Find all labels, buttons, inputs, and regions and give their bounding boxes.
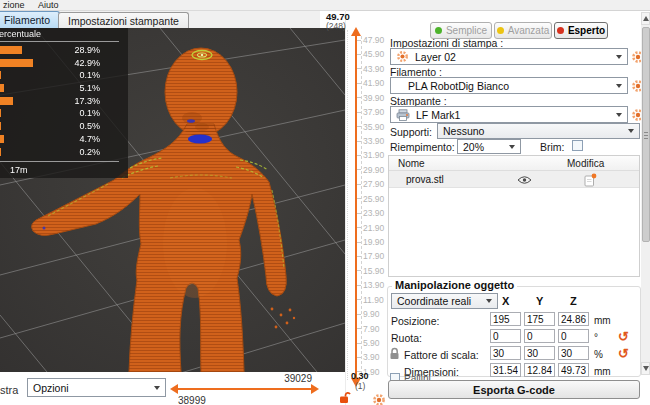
dimensions-z-input[interactable] bbox=[558, 363, 589, 377]
legend-bar bbox=[0, 59, 33, 67]
legend-row: 28.9% bbox=[0, 44, 128, 57]
coordinates-dropdown[interactable]: Coordinate reali bbox=[391, 293, 498, 309]
legend-row: 17.3% bbox=[0, 95, 128, 108]
ruler-tick: 27.90 bbox=[357, 179, 384, 189]
rotate-z-input[interactable] bbox=[558, 329, 589, 343]
rotate-y-input[interactable] bbox=[524, 329, 555, 343]
supports-label: Supporti: bbox=[390, 126, 432, 138]
legend-percentage: 28.9% bbox=[74, 45, 100, 55]
tab-bar: Filamento Impostazioni stampante bbox=[0, 11, 320, 28]
rotate-label: Ruota: bbox=[391, 332, 422, 344]
scrollbar-down-button[interactable] bbox=[641, 362, 650, 375]
yellow-dot-icon bbox=[497, 27, 504, 34]
legend-bar bbox=[0, 135, 4, 143]
legend-bar bbox=[0, 84, 4, 92]
mode-esperto-button[interactable]: Esperto bbox=[554, 22, 608, 39]
rotate-unit: ° bbox=[594, 332, 598, 343]
dropdown-arrow-icon bbox=[509, 145, 515, 149]
scale-label: Fattore di scala: bbox=[404, 349, 479, 361]
ruler-tick: 3.90 bbox=[357, 352, 380, 362]
printer-dropdown[interactable]: LF Mark1 bbox=[390, 106, 628, 123]
width-value-bottom: 38999 bbox=[178, 395, 206, 405]
dropdown-arrow-icon bbox=[616, 84, 622, 88]
scrollbar-up-button[interactable] bbox=[641, 12, 650, 25]
ruler-tick: 17.90 bbox=[357, 251, 384, 261]
supports-dropdown[interactable]: Nessuno bbox=[437, 123, 640, 139]
ruler-tick: 5.90 bbox=[357, 338, 380, 348]
scrollbar-thumb[interactable] bbox=[642, 27, 650, 242]
scale-z-input[interactable] bbox=[558, 346, 589, 360]
dimensions-x-input[interactable] bbox=[490, 363, 521, 377]
ruler-guide-line bbox=[347, 30, 348, 380]
width-arrow[interactable] bbox=[177, 388, 312, 390]
ruler-tick: 15.90 bbox=[357, 266, 384, 276]
ruler-tick: 43.90 bbox=[357, 64, 384, 74]
layer-range-slider[interactable] bbox=[355, 34, 357, 380]
legend-divider bbox=[0, 41, 119, 42]
printer-value: LF Mark1 bbox=[416, 109, 460, 121]
rotate-x-input[interactable] bbox=[490, 329, 521, 343]
dimensions-y-input[interactable] bbox=[524, 363, 555, 377]
show-label: stra bbox=[0, 384, 18, 396]
brim-checkbox[interactable] bbox=[572, 140, 583, 151]
scale-y-input[interactable] bbox=[524, 346, 555, 360]
ruler-min-height: 0.30 bbox=[351, 371, 369, 381]
axis-x-header: X bbox=[502, 295, 509, 307]
visibility-eye-icon[interactable] bbox=[517, 175, 532, 185]
rotate-reset-icon[interactable]: ↺ bbox=[618, 330, 629, 343]
lock-open-icon[interactable] bbox=[338, 391, 351, 404]
filament-value: PLA RobotDig Bianco bbox=[408, 80, 509, 92]
position-y-input[interactable] bbox=[524, 312, 555, 326]
ruler-tick: 35.90 bbox=[357, 122, 384, 132]
infill-dropdown[interactable]: 20% bbox=[457, 139, 521, 154]
panel-scrollbar[interactable] bbox=[641, 12, 650, 375]
print-settings-value: Layer 02 bbox=[415, 51, 456, 63]
arrow-up-icon bbox=[643, 16, 649, 21]
dimensions-unit: mm bbox=[594, 366, 611, 377]
legend-percentage: 0.5% bbox=[79, 121, 100, 131]
axis-z-header: Z bbox=[570, 295, 577, 307]
tab-filamento[interactable]: Filamento bbox=[0, 11, 60, 28]
tab-impostazioni-stampante[interactable]: Impostazioni stampante bbox=[58, 12, 189, 28]
arrow-down-icon bbox=[643, 366, 649, 371]
object-name: prova.stl bbox=[406, 174, 444, 185]
dropdown-arrow-icon bbox=[628, 129, 634, 133]
ruler-tick: 29.90 bbox=[357, 165, 384, 175]
legend-percentage: 17.3% bbox=[74, 96, 100, 106]
ruler-min-layer: (1) bbox=[355, 381, 365, 391]
dropdown-arrow-icon bbox=[154, 386, 160, 390]
legend-bar bbox=[0, 148, 1, 156]
legend-row: 0.2% bbox=[0, 146, 128, 159]
coordinates-value: Coordinate reali bbox=[397, 295, 471, 307]
view-options-value: Opzioni bbox=[33, 382, 69, 394]
position-unit: mm bbox=[594, 315, 611, 326]
filament-dropdown[interactable]: PLA RobotDig Bianco bbox=[390, 77, 628, 94]
scale-lock-icon[interactable] bbox=[389, 347, 400, 360]
viewport-panel-divider bbox=[345, 10, 346, 405]
menu-item-aiuto[interactable]: Aiuto bbox=[35, 0, 62, 11]
position-x-input[interactable] bbox=[490, 312, 521, 326]
scale-reset-icon[interactable]: ↺ bbox=[618, 347, 629, 360]
edit-object-icon[interactable] bbox=[584, 173, 597, 187]
export-gcode-button[interactable]: Esporta G-code bbox=[388, 380, 640, 399]
legend-bar bbox=[0, 122, 1, 130]
ruler-tick: 7.90 bbox=[357, 324, 380, 334]
menu-item-zione[interactable]: zione bbox=[0, 0, 28, 11]
gear-icon[interactable] bbox=[372, 393, 386, 405]
legend-bar bbox=[0, 97, 13, 105]
dropdown-arrow-icon bbox=[616, 55, 622, 59]
position-z-input[interactable] bbox=[558, 312, 589, 326]
legend-percentage: 4.7% bbox=[79, 134, 100, 144]
print-settings-dropdown[interactable]: Layer 02 bbox=[390, 48, 628, 65]
scrollbar-grip-icon bbox=[644, 135, 648, 136]
ruler-tick: 23.90 bbox=[357, 208, 384, 218]
red-dot-icon bbox=[557, 27, 564, 34]
ruler-tick: 19.90 bbox=[357, 237, 384, 247]
scale-x-input[interactable] bbox=[490, 346, 521, 360]
legend-percentage: 42.9% bbox=[74, 58, 100, 68]
table-row[interactable]: prova.stl bbox=[389, 171, 639, 188]
legend-bar bbox=[0, 71, 1, 79]
view-options-dropdown[interactable]: Opzioni bbox=[27, 378, 166, 397]
legend-title: Percentuale bbox=[0, 29, 41, 39]
ruler-tick: 25.90 bbox=[357, 194, 384, 204]
